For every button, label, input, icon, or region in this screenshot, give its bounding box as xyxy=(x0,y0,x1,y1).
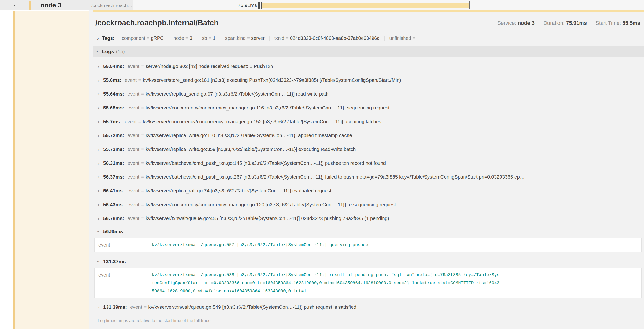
log-field-key: event xyxy=(94,271,152,279)
logs-footer-note: Log timestamps are relative to the start… xyxy=(93,314,644,328)
span-detail-panel: /cockroach.roachpb.Internal/Batch Servic… xyxy=(93,10,644,329)
log-entry[interactable]: ›55.6ms:event=kv/kvserver/store_send.go:… xyxy=(93,73,644,87)
span-color-bar xyxy=(29,1,32,10)
logs-section-toggle[interactable]: › Logs (15) xyxy=(93,46,644,58)
chevron-right-icon: › xyxy=(97,36,99,41)
logs-label: Logs xyxy=(102,49,114,54)
span-detail-tint xyxy=(15,11,89,329)
detail-gutter-gap xyxy=(89,10,93,329)
log-entry[interactable]: ›131.39ms:event=kv/kvserver/txnwait/queu… xyxy=(93,300,644,314)
chevron-right-icon: › xyxy=(98,142,100,156)
span-duration-label: 75.91ms xyxy=(221,0,257,10)
log-entry-expanded-toggle[interactable]: ›56.85ms xyxy=(93,225,644,238)
tag-txnid: txnid=024d3323-6c8f-4863-aa8b-37ab0e6349… xyxy=(269,36,384,41)
chevron-down-icon: › xyxy=(93,231,105,232)
log-entry[interactable]: ›55.64ms:event=kv/kvserver/replica_send.… xyxy=(93,87,644,101)
chevron-right-icon: › xyxy=(98,300,100,314)
tag-node: node=3 xyxy=(168,36,197,41)
log-field-key: event xyxy=(94,241,152,249)
log-entry[interactable]: ›56.78ms:event=kv/kvserver/txnwait/queue… xyxy=(93,212,644,225)
logs-count: (15) xyxy=(116,49,125,54)
chevron-right-icon: › xyxy=(98,87,100,101)
log-entry[interactable]: ›56.31ms:event=kv/kvserver/batcheval/cmd… xyxy=(93,156,644,170)
service-name[interactable]: node 3 xyxy=(40,0,61,10)
tag-unfinished: unfinished= xyxy=(384,36,422,41)
chevron-right-icon: › xyxy=(98,184,100,198)
chevron-down-icon: › xyxy=(93,261,105,262)
chevron-right-icon: › xyxy=(98,115,100,128)
log-entry[interactable]: ›55.73ms:event=kv/kvserver/replica_write… xyxy=(93,142,644,156)
log-entry[interactable]: ›55.68ms:event=kv/kvserver/concurrency/c… xyxy=(93,101,644,115)
log-field-value: kv/kvserver/txnwait/queue.go:557 [n3,s3,… xyxy=(152,241,499,249)
span-detail-gutter xyxy=(0,10,93,329)
service-meta: Service:node 3 xyxy=(497,20,534,26)
chevron-down-icon: › xyxy=(95,51,100,52)
start-time-meta: Start Time:55.5ms xyxy=(591,20,640,26)
log-entry-expanded-toggle[interactable]: ›131.37ms xyxy=(93,255,644,268)
logs-list: ›55.54ms:event=server/node.go:902 [n3] n… xyxy=(93,58,644,314)
tags-toggle-row[interactable]: › Tags: component=gRPC node=3 sb=1 span.… xyxy=(93,32,644,44)
tag-span-kind: span.kind=server xyxy=(220,36,269,41)
tag-component: component=gRPC xyxy=(117,36,168,41)
span-bar[interactable] xyxy=(262,3,470,8)
log-entry-detail: event kv/kvserver/txnwait/queue.go:557 [… xyxy=(94,238,642,252)
operation-name[interactable]: /cockroach.roach… xyxy=(91,0,132,10)
chevron-right-icon: › xyxy=(98,73,100,87)
span-detail-color-bar xyxy=(13,11,15,329)
log-entry[interactable]: ›55.54ms:event=server/node.go:902 [n3] n… xyxy=(93,59,644,73)
span-row[interactable]: › node 3 /cockroach.roach… 75.91ms xyxy=(0,0,644,10)
log-entry[interactable]: ›55.72ms:event=kv/kvserver/replica_write… xyxy=(93,128,644,142)
log-entry[interactable]: ›55.7ms:event=kv/kvserver/concurrency/co… xyxy=(93,115,644,128)
span-meta: Service:node 3Duration:75.91msStart Time… xyxy=(497,20,640,26)
chevron-right-icon: › xyxy=(98,101,100,115)
chevron-right-icon: › xyxy=(98,212,100,225)
span-detail-header: /cockroach.roachpb.Internal/Batch Servic… xyxy=(93,12,644,32)
log-entry-detail: event kv/kvserver/txnwait/queue.go:538 [… xyxy=(94,268,642,298)
log-field-value: kv/kvserver/txnwait/queue.go:538 [n3,s3,… xyxy=(152,271,499,295)
log-entry[interactable]: ›56.41ms:event=kv/kvserver/replica_raft.… xyxy=(93,184,644,198)
duration-meta: Duration:75.91ms xyxy=(539,20,587,26)
chevron-right-icon: › xyxy=(98,128,100,142)
chevron-right-icon: › xyxy=(98,198,100,212)
tag-sb: sb=1 xyxy=(197,36,220,41)
chevron-right-icon: › xyxy=(98,156,100,170)
span-end-marker xyxy=(469,1,470,9)
collapse-chevron-down-icon[interactable]: › xyxy=(10,4,20,6)
chevron-right-icon: › xyxy=(98,170,100,184)
log-entry[interactable]: ›56.43ms:event=kv/kvserver/concurrency/c… xyxy=(93,198,644,212)
log-entry[interactable]: ›56.37ms:event=kv/kvserver/batcheval/cmd… xyxy=(93,170,644,184)
tags-label: Tags: xyxy=(102,36,115,41)
chevron-right-icon: › xyxy=(98,59,100,73)
